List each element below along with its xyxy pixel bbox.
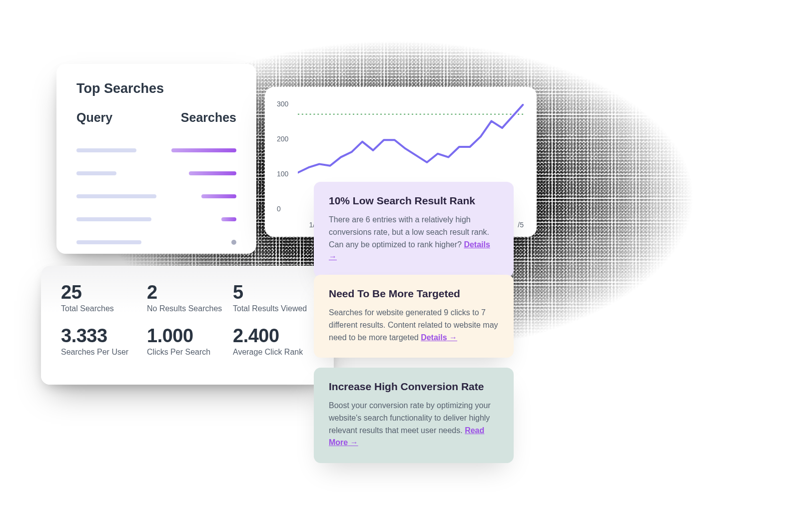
- y-axis-tick: 100: [277, 170, 288, 178]
- searches-bar: [221, 217, 236, 221]
- stat-value: 25: [61, 282, 142, 303]
- insight-card-targeted: Need To Be More Targeted Searches for we…: [314, 275, 514, 358]
- stat-label: Total Results Viewed: [233, 304, 314, 313]
- query-bar: [76, 240, 141, 244]
- searches-bar: [201, 194, 236, 198]
- stat-cell: 25Total Searches: [61, 282, 142, 325]
- stat-value: 5: [233, 282, 314, 303]
- query-bar: [76, 171, 116, 175]
- stat-cell: 2.400Average Click Rank: [233, 325, 314, 369]
- series-line: [298, 104, 524, 173]
- stat-label: Average Click Rank: [233, 348, 314, 357]
- table-row: [76, 208, 236, 231]
- searches-bar: [171, 148, 236, 152]
- query-bar: [76, 148, 136, 152]
- insight-body: There are 6 entries with a relatively hi…: [329, 214, 499, 263]
- stat-value: 1.000: [147, 325, 228, 347]
- searches-bar: [189, 171, 236, 175]
- searches-bar: [231, 240, 236, 245]
- stat-value: 3.333: [61, 325, 142, 347]
- stat-label: No Results Searches: [147, 304, 228, 313]
- y-axis-tick: 300: [277, 100, 288, 108]
- stat-value: 2.400: [233, 325, 314, 347]
- table-row: [76, 162, 236, 185]
- stat-label: Clicks Per Search: [147, 348, 228, 357]
- insight-title: 10% Low Search Result Rank: [329, 195, 499, 207]
- table-row: [76, 185, 236, 208]
- y-axis-tick: 200: [277, 135, 288, 143]
- insight-card-low-rank: 10% Low Search Result Rank There are 6 e…: [314, 182, 514, 277]
- y-axis-tick: 0: [277, 205, 281, 213]
- stat-value: 2: [147, 282, 228, 303]
- stat-cell: 2No Results Searches: [147, 282, 228, 325]
- insight-body: Boost your conversion rate by optimizing…: [329, 400, 499, 449]
- top-searches-title: Top Searches: [76, 81, 236, 96]
- column-header-query: Query: [76, 110, 112, 125]
- stat-label: Searches Per User: [61, 348, 142, 357]
- top-searches-card: Top Searches Query Searches: [56, 64, 256, 254]
- x-axis-tick: /5: [518, 221, 524, 229]
- query-bar: [76, 217, 151, 221]
- column-header-searches: Searches: [181, 110, 236, 125]
- stats-card: 25Total Searches2No Results Searches5Tot…: [41, 266, 334, 385]
- stat-cell: 5Total Results Viewed: [233, 282, 314, 325]
- stat-label: Total Searches: [61, 304, 142, 313]
- table-row: [76, 231, 236, 254]
- insight-card-conversion: Increase High Conversion Rate Boost your…: [314, 368, 514, 463]
- stat-cell: 3.333Searches Per User: [61, 325, 142, 369]
- top-searches-column-headers: Query Searches: [76, 110, 236, 125]
- insight-title: Need To Be More Targeted: [329, 288, 499, 300]
- table-row: [76, 139, 236, 162]
- query-bar: [76, 194, 156, 198]
- details-link[interactable]: Details: [421, 333, 457, 342]
- insight-title: Increase High Conversion Rate: [329, 381, 499, 393]
- insight-body: Searches for website generated 9 clicks …: [329, 307, 499, 344]
- stat-cell: 1.000Clicks Per Search: [147, 325, 228, 369]
